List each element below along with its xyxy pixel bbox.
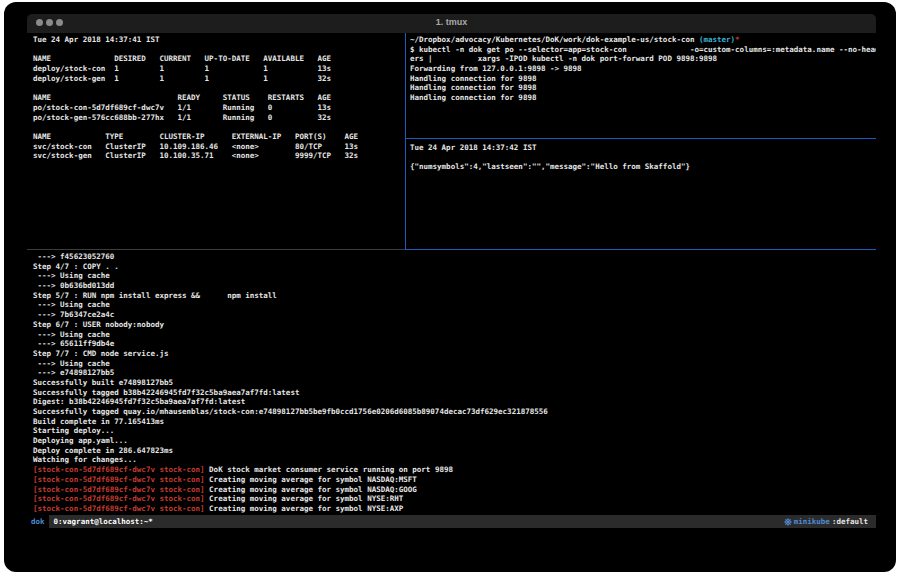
terminal-line: ---> f45623052760 (33, 252, 876, 262)
terminal-window: 1. tmux Tue 24 Apr 2018 14:37:41 IST NAM… (4, 2, 896, 572)
terminal-line: ---> e74898127bb5 (33, 368, 876, 378)
terminal-line: svc/stock-gen ClusterIP 10.100.35.71 <no… (33, 151, 401, 161)
terminal-line: ---> 0b636bd013dd (33, 281, 876, 291)
pane-border-bottom-left[interactable] (27, 249, 405, 250)
terminal-line: ---> 7b6347ce2a4c (33, 310, 876, 320)
terminal-line: Handling connection for 9898 (410, 74, 876, 84)
kubernetes-helm-icon (784, 518, 792, 526)
kube-context-status: minikube:default (784, 515, 868, 528)
terminal-line: Starting deploy... (33, 426, 876, 436)
terminal-line (33, 45, 401, 55)
pane-skaffold-log[interactable]: ---> f45623052760Step 4/7 : COPY . . ---… (27, 250, 876, 515)
terminal-line: Successfully tagged quay.io/mhausenblas/… (33, 407, 876, 417)
window-title: 1. tmux (27, 17, 876, 27)
terminal-line: deploy/stock-gen 1 1 1 1 32s (33, 74, 401, 84)
terminal-line: [stock-con-5d7df689cf-dwc7v stock-con] C… (33, 504, 876, 514)
terminal-line: ---> Using cache (33, 330, 876, 340)
terminal-line: Tue 24 Apr 2018 14:37:42 IST (410, 143, 876, 153)
terminal-line: deploy/stock-con 1 1 1 1 13s (33, 64, 401, 74)
window-titlebar[interactable]: 1. tmux (27, 14, 876, 33)
window-item-active[interactable]: 0:vagrant@localhost:~* (54, 515, 153, 528)
terminal-line: Successfully built e74898127bb5 (33, 378, 876, 388)
terminal-line: $ kubectl -n dok get po --selector=app=s… (410, 45, 876, 55)
terminal-line: Step 4/7 : COPY . . (33, 262, 876, 272)
terminal-line: Successfully tagged b38b42246945fd7f32c5… (33, 388, 876, 398)
terminal-line: ~/Dropbox/advocacy/Kubernetes/DoK/work/d… (410, 35, 876, 45)
terminal-line: po/stock-gen-576cc688bb-277hx 1/1 Runnin… (33, 113, 401, 123)
session-name-badge: dok (27, 515, 49, 528)
pane-curl-output[interactable]: Tue 24 Apr 2018 14:37:42 IST {"numsymbol… (406, 139, 876, 249)
terminal-line (33, 122, 401, 132)
terminal-line: Step 6/7 : USER nobody:nobody (33, 320, 876, 330)
terminal-line: [stock-con-5d7df689cf-dwc7v stock-con] D… (33, 465, 876, 475)
terminal-line: po/stock-con-5d7df689cf-dwc7v 1/1 Runnin… (33, 103, 401, 113)
terminal-line: NAME READY STATUS RESTARTS AGE (33, 93, 401, 103)
terminal-line: ---> 65611ff9db4e (33, 339, 876, 349)
screenshot-page: 1. tmux Tue 24 Apr 2018 14:37:41 IST NAM… (0, 0, 900, 574)
pane-border-vertical[interactable] (405, 33, 406, 249)
terminal-line: NAME DESIRED CURRENT UP-TO-DATE AVAILABL… (33, 54, 401, 64)
terminal-line: Forwarding from 127.0.0.1:9898 -> 9898 (410, 64, 876, 74)
pane-border-right-split[interactable] (406, 138, 876, 139)
terminal-line (33, 83, 401, 93)
terminal-line: ---> Using cache (33, 271, 876, 281)
terminal-line: [stock-con-5d7df689cf-dwc7v stock-con] C… (33, 475, 876, 485)
terminal-line: Tue 24 Apr 2018 14:37:41 IST (33, 35, 401, 45)
terminal-line: ---> Using cache (33, 359, 876, 369)
tmux-terminal: Tue 24 Apr 2018 14:37:41 IST NAME DESIRE… (27, 33, 876, 528)
terminal-line: [stock-con-5d7df689cf-dwc7v stock-con] C… (33, 494, 876, 504)
terminal-line: Step 7/7 : CMD node service.js (33, 349, 876, 359)
kube-context-name: minikube (794, 515, 830, 528)
terminal-line: svc/stock-con ClusterIP 10.109.186.46 <n… (33, 142, 401, 152)
terminal-line: [stock-con-5d7df689cf-dwc7v stock-con] C… (33, 485, 876, 495)
terminal-line: Step 5/7 : RUN npm install express && np… (33, 291, 876, 301)
terminal-line: Deploying app.yaml... (33, 436, 876, 446)
pane-border-bottom-right[interactable] (405, 249, 876, 250)
kube-namespace: :default (832, 515, 868, 528)
terminal-line: ---> Using cache (33, 300, 876, 310)
terminal-line: Deploy complete in 286.647823ms (33, 446, 876, 456)
terminal-line: NAME TYPE CLUSTER-IP EXTERNAL-IP PORT(S)… (33, 132, 401, 142)
pane-kubectl-watch[interactable]: Tue 24 Apr 2018 14:37:41 IST NAME DESIRE… (27, 33, 401, 249)
terminal-line: Handling connection for 9898 (410, 83, 876, 93)
terminal-line: Handling connection for 9898 (410, 93, 876, 103)
terminal-line: Digest: b38b42246945fd7f32c5ba9aea7af7fd… (33, 397, 876, 407)
terminal-line: Watching for changes... (33, 455, 876, 465)
pane-port-forward[interactable]: ~/Dropbox/advocacy/Kubernetes/DoK/work/d… (406, 33, 876, 138)
terminal-line: ers | xargs -IPOD kubectl -n dok port-fo… (410, 54, 876, 64)
terminal-line: {"numsymbols":4,"lastseen":"","message":… (410, 162, 876, 172)
tmux-status-bar: dok 0:vagrant@localhost:~* minikube:defa… (27, 515, 876, 528)
terminal-line: Build complete in 77.165413ms (33, 417, 876, 427)
terminal-line (410, 153, 876, 163)
